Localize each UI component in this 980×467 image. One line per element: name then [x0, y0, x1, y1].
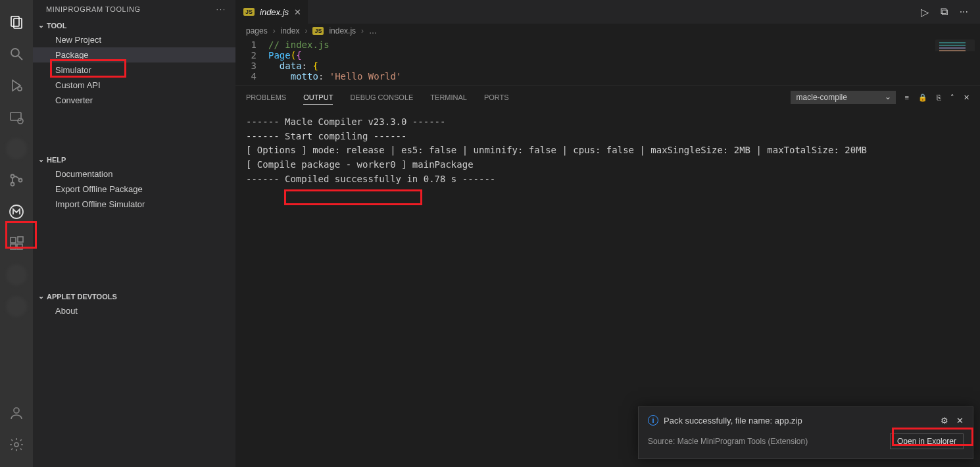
search-icon[interactable]	[1, 38, 32, 70]
svg-point-6	[18, 118, 23, 124]
svg-rect-5	[11, 112, 21, 120]
explorer-icon[interactable]	[1, 7, 32, 38]
toast-source: Source: Macle MiniProgram Tools (Extensi…	[648, 437, 808, 446]
activity-placeholder-icon	[6, 264, 27, 285]
tool-converter[interactable]: Converter	[33, 93, 235, 108]
sidebar-more-icon[interactable]: ···	[216, 5, 226, 13]
panel-tab-ports[interactable]: PORTS	[484, 93, 509, 101]
breadcrumb-item[interactable]: …	[369, 26, 377, 36]
svg-point-16	[14, 443, 18, 447]
tool-simulator[interactable]: Simulator	[33, 62, 235, 78]
help-import-simulator[interactable]: Import Offline Simulator	[33, 197, 235, 212]
toast-close-icon[interactable]: ✕	[956, 416, 964, 426]
panel-tab-debug[interactable]: DEBUG CONSOLE	[350, 93, 413, 101]
source-control-icon[interactable]	[1, 164, 32, 196]
activity-placeholder-icon	[6, 138, 27, 159]
svg-point-4	[18, 87, 22, 91]
section-label: HELP	[47, 156, 66, 164]
notification-toast: i Pack successfully, file name: app.zip …	[638, 406, 973, 459]
toast-message: Pack successfully, file name: app.zip	[664, 416, 802, 426]
section-help-header[interactable]: ⌄ HELP	[33, 153, 235, 166]
remote-icon[interactable]	[1, 101, 32, 133]
editor-actions: ▷ ⧉ ···	[921, 6, 980, 18]
run-icon[interactable]: ▷	[921, 6, 929, 18]
panel-tabs: PROBLEMS OUTPUT DEBUG CONSOLE TERMINAL P…	[235, 86, 980, 109]
activity-bar	[0, 0, 33, 467]
panel-tab-terminal[interactable]: TERMINAL	[430, 93, 467, 101]
tab-label: index.js	[260, 7, 289, 17]
output-content[interactable]: ------ Macle Compiler v23.3.0 ------ ---…	[235, 109, 980, 193]
open-in-explorer-button[interactable]: Open in Explorer	[890, 433, 964, 449]
tab-bar: JS index.js ✕ ▷ ⧉ ···	[235, 0, 980, 24]
toast-settings-icon[interactable]: ⚙	[941, 416, 948, 426]
chevron-right-icon: ›	[305, 26, 307, 36]
main: JS index.js ✕ ▷ ⧉ ··· pages› index› JS i…	[235, 0, 980, 467]
tab-index-js[interactable]: JS index.js ✕	[235, 0, 308, 24]
help-documentation[interactable]: Documentation	[33, 166, 235, 182]
sidebar-header: MINIPROGRAM TOOLING ···	[33, 0, 235, 18]
section-label: TOOL	[47, 22, 66, 30]
panel-tab-problems[interactable]: PROBLEMS	[246, 93, 286, 101]
breadcrumb-item[interactable]: index.js	[329, 26, 356, 36]
extensions-icon[interactable]	[1, 228, 32, 259]
sidebar-title: MINIPROGRAM TOOLING	[46, 5, 141, 13]
split-editor-icon[interactable]: ⧉	[941, 6, 948, 18]
js-badge-icon: JS	[312, 27, 324, 35]
js-badge-icon: JS	[243, 8, 255, 16]
chevron-right-icon: ›	[273, 26, 276, 36]
svg-point-7	[11, 175, 14, 178]
tool-custom-api[interactable]: Custom API	[33, 78, 235, 93]
help-export-offline[interactable]: Export Offline Package	[33, 182, 235, 197]
svg-rect-13	[17, 244, 22, 249]
sidebar: MINIPROGRAM TOOLING ··· ⌄ TOOL New Proje…	[33, 0, 235, 467]
minimap[interactable]	[935, 39, 975, 99]
chevron-down-icon: ⌄	[38, 292, 44, 301]
svg-rect-12	[11, 244, 16, 249]
breadcrumb-item[interactable]: pages	[246, 26, 268, 36]
filter-icon[interactable]: ≡	[905, 93, 909, 101]
section-devtools-header[interactable]: ⌄ APPLET DEVTOOLS	[33, 289, 235, 303]
run-debug-icon[interactable]	[1, 70, 32, 101]
chevron-down-icon: ⌄	[38, 155, 44, 164]
code-editor[interactable]: 1// index.js 2Page({ 3 data: { 4 motto: …	[235, 38, 980, 86]
svg-point-8	[11, 183, 14, 186]
accounts-icon[interactable]	[1, 397, 32, 429]
breadcrumb-item[interactable]: index	[281, 26, 300, 36]
panel-tab-output[interactable]: OUTPUT	[303, 93, 333, 105]
svg-point-15	[14, 408, 19, 413]
devtools-about[interactable]: About	[33, 303, 235, 318]
info-icon: i	[648, 415, 658, 426]
output-channel-select[interactable]: macle-compile	[791, 91, 896, 104]
lock-scroll-icon[interactable]: 🔒	[918, 93, 927, 102]
tab-close-icon[interactable]: ✕	[294, 7, 301, 17]
settings-gear-icon[interactable]	[1, 429, 32, 460]
section-label: APPLET DEVTOOLS	[47, 293, 117, 301]
tool-new-project[interactable]: New Project	[33, 32, 235, 47]
tool-package[interactable]: Package	[33, 47, 235, 62]
activity-placeholder-icon	[6, 296, 27, 317]
breadcrumb[interactable]: pages› index› JS index.js› …	[235, 24, 980, 38]
svg-point-2	[11, 49, 19, 57]
svg-rect-11	[11, 237, 16, 243]
more-actions-icon[interactable]: ···	[960, 6, 968, 18]
chevron-right-icon: ›	[361, 26, 364, 36]
chevron-down-icon: ⌄	[38, 21, 44, 30]
macle-m-icon[interactable]	[1, 196, 32, 228]
svg-rect-14	[18, 237, 23, 242]
section-tool-header[interactable]: ⌄ TOOL	[33, 18, 235, 32]
svg-line-3	[18, 56, 22, 60]
